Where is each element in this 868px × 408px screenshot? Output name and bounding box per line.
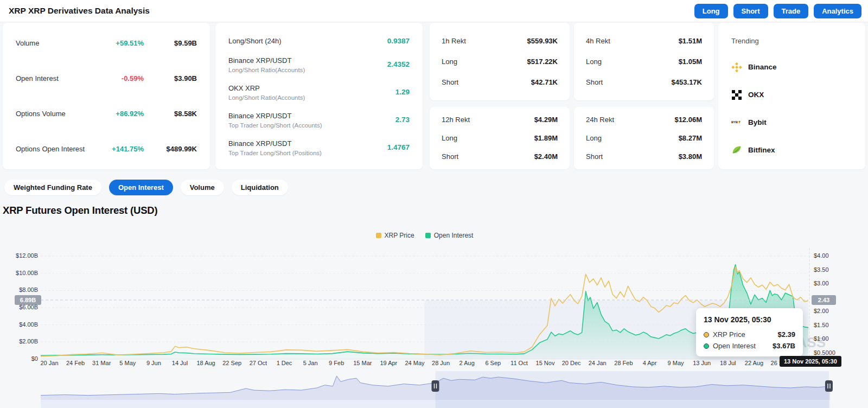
header: XRP XRP Derivatives Data Analysis Long S… [0,0,868,22]
left-axis-tick: $12.00B [0,252,38,259]
navigator-handle-left[interactable] [432,380,439,392]
stat-change: +86.92% [94,110,144,118]
x-axis-label: 5 Jan [303,360,318,366]
open-interest-chart-area: COINGLASS XRP Price Open Interest $12.00… [0,224,868,408]
stat-row-open-interest: Open Interest -0.59% $3.90B [16,74,197,82]
exchange-name: Bitfinex [748,146,775,154]
rekt-short-label: Short [586,152,679,161]
left-axis-tick: $0 [0,355,38,362]
rekt-1h-card: 1h Rekt$559.93K Long$517.22K Short$42.71… [430,23,570,100]
ratio-value: 1.29 [395,88,410,96]
legend-label: Open Interest [434,232,474,239]
bybit-icon: BYBIT [731,117,742,127]
derivatives-dashboard: XRP XRP Derivatives Data Analysis Long S… [0,0,868,408]
trending-item-bybit[interactable]: BYBIT Bybit [731,117,852,127]
stat-value: $489.99K [144,145,197,153]
stat-label: Open Interest [16,74,94,82]
legend-label: XRP Price [385,232,414,239]
tooltip-label: Open Interest [713,342,773,350]
ratio-row: Binance XRP/USDT Top Trader Long/Short (… [228,138,410,156]
trade-button[interactable]: Trade [774,4,809,18]
trending-item-okx[interactable]: OKX [731,90,852,100]
left-axis-tick: $4.00B [0,321,38,328]
rekt-total: $1.51M [679,37,702,45]
exchange-name: Binance [748,63,777,71]
tab-open-interest[interactable]: Open Interest [109,180,173,195]
left-axis-crosshair-badge: 6.89B [15,295,41,305]
navigator-selection[interactable] [436,371,829,408]
x-axis-label: 15 Nov [536,360,555,366]
x-axis-label: 5 May [119,360,136,366]
tab-volume[interactable]: Volume [181,180,224,195]
rekt-total: $559.93K [527,37,558,45]
rekt-4h-card: 4h Rekt$1.51M Long$1.05M Short$453.17K [574,23,714,100]
xrp-price-dot-icon [704,332,709,337]
navigator-time-badge: 13 Nov 2025, 05:30 [780,356,841,367]
right-axis-tick: $1.00 [814,335,829,342]
open-interest-swatch [425,233,431,238]
ratio-subtitle: Long/Short Ratio(Accounts) [228,94,395,101]
tooltip-row-open-interest: Open Interest $3.67B [704,342,795,350]
x-axis-label: 2 Aug [459,360,475,366]
tooltip-value: $3.67B [773,342,795,350]
long-short-ratio-card: Long/Short (24h) 0.9387 Binance XRP/USDT… [215,23,423,169]
trending-item-bitfinex[interactable]: Bitfinex [731,144,852,155]
header-actions: Long Short Trade Analytics [694,4,861,18]
x-axis-label: 4 Apr [643,360,657,366]
right-axis-crosshair-badge: 2.43 [812,295,836,305]
page-title: XRP XRP Derivatives Data Analysis [9,6,150,16]
rekt-period: 24h Rekt [586,116,674,124]
stat-row-options-volume: Options Volume +86.92% $8.58K [16,110,197,118]
trending-item-binance[interactable]: Binance [731,62,852,73]
rekt-short-value: $2.40M [534,152,558,161]
ratio-subtitle: Top Trader Long/Short (Positions) [228,150,387,156]
x-axis-label: 14 Jul [172,360,188,366]
open-interest-dot-icon [704,343,709,349]
ratio-value: 0.9387 [387,37,410,45]
ratio-title: Binance XRP/USDT [228,112,291,120]
stat-label: Options Volume [16,110,94,118]
tab-liquidation[interactable]: Liquidation [232,180,288,195]
x-axis-label: 18 Aug [196,360,215,366]
rekt-short-value: $453.17K [672,78,702,86]
chart-legend: XRP Price Open Interest [0,232,849,239]
stat-change: +141.75% [94,145,144,153]
analytics-button[interactable]: Analytics [814,4,861,18]
ratio-title: Binance XRP/USDT [228,139,291,148]
bitfinex-icon [731,144,742,155]
left-axis-tick: $2.00B [0,338,38,345]
exchange-name: OKX [748,91,764,99]
x-axis-label: 28 Feb [614,360,633,366]
tab-weighted-funding-rate[interactable]: Weighted Funding Rate [4,180,101,195]
stats-card: Volume +59.51% $9.59B Open Interest -0.5… [3,23,210,169]
rekt-period: 12h Rekt [442,116,534,124]
stat-change: +59.51% [94,39,144,47]
x-axis-label: 15 Mar [353,360,372,366]
navigator-handle-right[interactable] [825,380,833,392]
rekt-short-value: $42.71K [531,78,558,86]
x-axis-label: 20 Jan [40,360,58,366]
ratio-title: OKX XRP [228,84,260,92]
legend-xrp-price[interactable]: XRP Price [376,232,414,239]
ratio-row: Binance XRP/USDT Top Trader Long/Short (… [228,111,410,129]
rekt-long-label: Long [442,58,527,66]
stat-label: Volume [16,39,94,47]
chart-tooltip: 13 Nov 2025, 05:30 XRP Price $2.39 Open … [696,308,803,356]
x-axis-label: 27 Oct [250,360,267,366]
long-button[interactable]: Long [694,4,728,18]
x-axis-label: 18 Jul [720,360,736,366]
short-button[interactable]: Short [733,4,768,18]
trending-title: Trending [731,37,852,45]
x-axis-label: 24 Jan [589,360,607,366]
xrp-price-swatch [376,233,381,238]
legend-open-interest[interactable]: Open Interest [425,232,474,239]
right-axis-tick: $4.00 [814,252,829,259]
chart-tabs: Weighted Funding Rate Open Interest Volu… [4,180,288,195]
stat-row-options-open-interest: Options Open Interest +141.75% $489.99K [16,145,197,153]
x-axis-label: 19 Apr [380,360,397,366]
exchange-name: Bybit [748,118,767,126]
ratio-row: Binance XRP/USDT Long/Short Ratio(Accoun… [228,55,410,73]
right-axis-tick: $3.50 [814,266,829,273]
rekt-long-label: Long [586,134,679,142]
x-axis-label: 9 Feb [329,360,344,366]
